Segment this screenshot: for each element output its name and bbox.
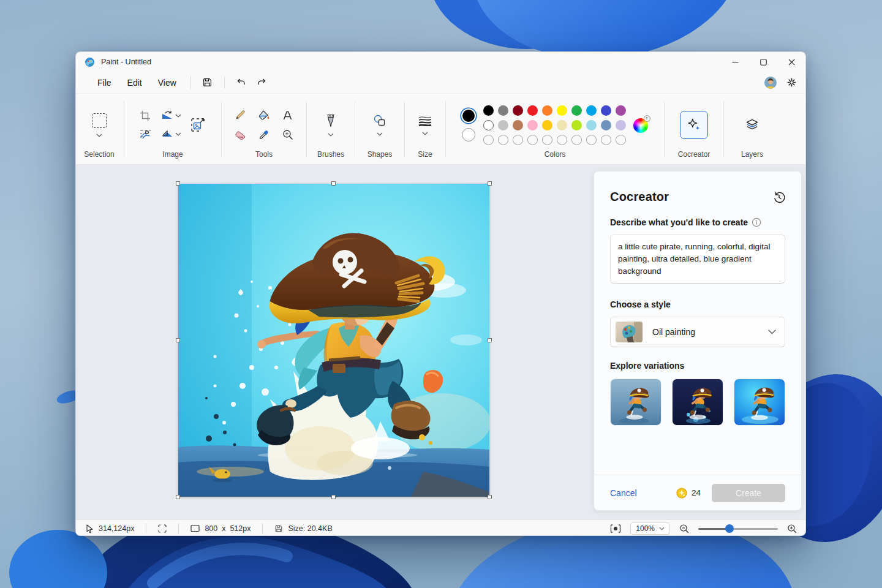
color-swatch[interactable] — [483, 120, 494, 130]
custom-color-slot[interactable] — [616, 135, 626, 145]
pencil-tool-icon[interactable] — [235, 110, 246, 121]
flip-icon[interactable] — [161, 129, 173, 140]
size-icon[interactable] — [418, 115, 432, 126]
rotate-icon[interactable] — [161, 110, 173, 121]
selection-handle-nw[interactable] — [176, 181, 180, 186]
chevron-down-icon[interactable] — [175, 114, 181, 118]
fit-screen-icon[interactable] — [610, 524, 621, 533]
variations-row — [610, 379, 785, 426]
custom-color-slot[interactable] — [571, 135, 582, 145]
minimize-button[interactable] — [721, 52, 749, 72]
menu-edit[interactable]: Edit — [119, 75, 150, 91]
close-button[interactable] — [777, 52, 805, 72]
custom-color-slot[interactable] — [542, 135, 552, 145]
selection-handle-w[interactable] — [176, 338, 180, 342]
color-swatch[interactable] — [557, 105, 567, 116]
maximize-button[interactable] — [749, 52, 777, 72]
selection-handle-ne[interactable] — [488, 181, 492, 186]
custom-color-slot[interactable] — [513, 135, 523, 145]
variation-thumbnail-2[interactable] — [672, 379, 723, 426]
cancel-button[interactable]: Cancel — [610, 488, 637, 498]
color-swatch[interactable] — [571, 120, 582, 130]
remove-background-icon[interactable] — [140, 129, 151, 140]
canvas-selection[interactable] — [178, 184, 489, 497]
magnifier-tool-icon[interactable] — [282, 129, 293, 140]
variation-thumbnail-3[interactable] — [734, 379, 785, 426]
custom-color-slot[interactable] — [527, 135, 538, 145]
canvas-image-pirate[interactable] — [178, 184, 489, 497]
selection-handle-sw[interactable] — [176, 495, 180, 499]
custom-color-slot[interactable] — [483, 135, 494, 145]
color-picker-tool-icon[interactable] — [258, 129, 270, 140]
selection-tool-icon[interactable] — [92, 113, 107, 128]
custom-color-slot[interactable] — [601, 135, 611, 145]
slider-thumb[interactable] — [725, 524, 734, 533]
custom-color-slot[interactable] — [498, 135, 508, 145]
resize-image-icon[interactable] — [190, 117, 206, 133]
credits-indicator: 24 — [676, 488, 701, 499]
zoom-out-icon[interactable] — [679, 524, 689, 533]
create-button[interactable]: Create — [712, 484, 785, 502]
color-swatch[interactable] — [601, 120, 611, 130]
color-swatch[interactable] — [601, 105, 611, 116]
info-icon[interactable] — [752, 217, 761, 227]
chevron-down-icon[interactable] — [328, 133, 334, 137]
menu-view[interactable]: View — [150, 75, 184, 91]
color-swatch[interactable] — [542, 105, 552, 116]
divider — [445, 101, 446, 157]
color-swatch[interactable] — [586, 105, 597, 116]
redo-button[interactable] — [252, 74, 273, 92]
menu-file[interactable]: File — [89, 75, 119, 91]
color-swatch[interactable] — [586, 120, 597, 130]
selection-handle-n[interactable] — [331, 181, 336, 186]
fill-tool-icon[interactable] — [258, 110, 270, 121]
file-size-icon — [274, 524, 283, 533]
color-swatch[interactable] — [527, 120, 538, 130]
custom-color-slot[interactable] — [586, 135, 597, 145]
custom-color-slot[interactable] — [557, 135, 567, 145]
foreground-color-swatch[interactable] — [461, 108, 476, 123]
prompt-input[interactable]: a little cute pirate, running, colorful,… — [610, 235, 785, 284]
color-swatch[interactable] — [498, 120, 508, 130]
color-swatch[interactable] — [527, 105, 538, 116]
gear-icon[interactable] — [786, 77, 797, 88]
chevron-down-icon[interactable] — [377, 132, 383, 136]
color-swatch[interactable] — [616, 105, 626, 116]
zoom-in-icon[interactable] — [787, 524, 797, 533]
edit-colors-button[interactable]: + — [633, 117, 649, 133]
style-dropdown[interactable]: Oil painting — [610, 317, 785, 347]
color-swatch[interactable] — [557, 120, 567, 130]
color-swatch[interactable] — [542, 120, 552, 130]
chevron-down-icon[interactable] — [422, 132, 428, 135]
zoom-level-dropdown[interactable]: 100% — [630, 522, 670, 535]
color-swatch[interactable] — [571, 105, 582, 116]
text-tool-icon[interactable] — [282, 110, 293, 121]
brushes-icon[interactable] — [325, 114, 336, 127]
ribbon-group-brushes: Brushes — [309, 94, 352, 164]
color-swatch[interactable] — [483, 105, 494, 116]
selection-handle-s[interactable] — [331, 495, 336, 499]
selection-handle-e[interactable] — [488, 338, 492, 342]
color-swatch[interactable] — [616, 120, 626, 130]
background-color-swatch[interactable] — [462, 128, 475, 141]
variation-thumbnail-1[interactable] — [610, 379, 662, 426]
history-icon[interactable] — [773, 191, 785, 203]
color-swatch[interactable] — [498, 105, 508, 116]
save-button[interactable] — [197, 74, 218, 92]
avatar[interactable] — [764, 77, 777, 89]
shapes-icon[interactable] — [373, 115, 386, 127]
palette-row-2 — [483, 120, 626, 130]
color-swatch[interactable] — [513, 105, 523, 116]
eraser-tool-icon[interactable] — [235, 130, 246, 140]
divider — [404, 101, 405, 157]
canvas-size-icon — [190, 524, 200, 532]
zoom-slider[interactable] — [698, 524, 778, 533]
cocreator-button[interactable] — [680, 111, 708, 139]
undo-button[interactable] — [231, 74, 252, 92]
layers-icon[interactable] — [744, 117, 760, 133]
chevron-down-icon[interactable] — [175, 132, 181, 136]
color-swatch[interactable] — [513, 120, 523, 130]
selection-handle-se[interactable] — [488, 495, 492, 499]
chevron-down-icon[interactable] — [96, 134, 102, 137]
crop-icon[interactable] — [140, 110, 151, 121]
